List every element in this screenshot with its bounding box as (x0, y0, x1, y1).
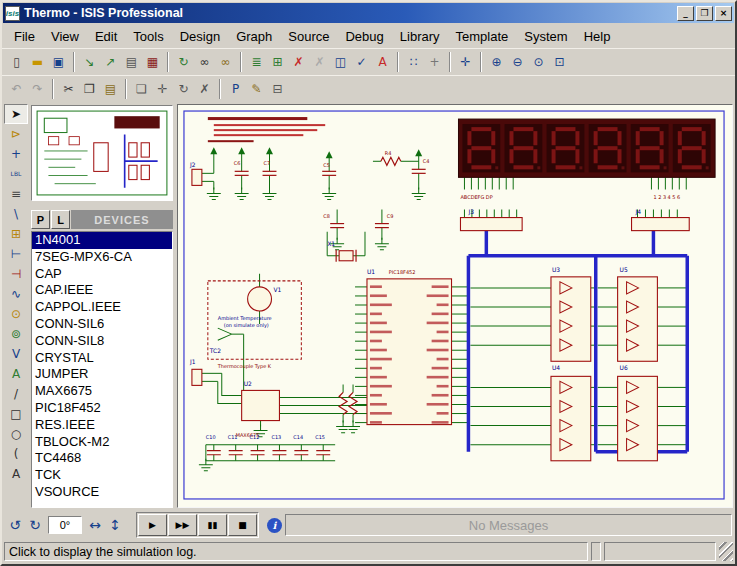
menu-help[interactable]: Help (576, 27, 619, 46)
2d-text-icon[interactable]: A (4, 464, 28, 484)
device-item-conn-sil6[interactable]: CONN-SIL6 (32, 316, 172, 333)
mark-output-area-icon[interactable]: ▦ (142, 51, 163, 73)
voltage-probe-icon[interactable]: V (4, 344, 28, 364)
seven-segment-display[interactable] (458, 119, 715, 177)
redraw-icon[interactable]: ↻ (173, 51, 194, 73)
play-button[interactable]: ▶ (138, 514, 167, 536)
step-button[interactable]: ▶▶ (168, 514, 197, 536)
menu-debug[interactable]: Debug (337, 27, 391, 46)
zoom-all-icon[interactable]: ⊙ (528, 51, 549, 73)
device-item-max6675[interactable]: MAX6675 (32, 383, 172, 400)
block-delete-icon[interactable]: ✗ (194, 78, 215, 100)
pan-icon[interactable]: ✛ (455, 51, 476, 73)
schematic-canvas[interactable]: J2C6C7C5R4C4C8C9X1V1Ambient Temperature(… (178, 105, 732, 507)
rotation-angle-field[interactable]: 0° (48, 516, 82, 534)
minimize-button[interactable]: _ (677, 6, 694, 21)
wire-label-icon[interactable]: LBL (4, 164, 28, 184)
paste-icon[interactable]: ▤ (100, 78, 121, 100)
selection-mode-icon[interactable]: ➤ (4, 104, 28, 124)
junction-dot-icon[interactable]: + (4, 144, 28, 164)
menu-file[interactable]: File (6, 27, 43, 46)
device-item-tc4468[interactable]: TC4468 (32, 450, 172, 467)
mirror-vertical-icon[interactable]: ↕ (105, 515, 125, 535)
zoom-area-icon[interactable]: ⊡ (549, 51, 570, 73)
menu-system[interactable]: System (516, 27, 575, 46)
device-item-res.ieee[interactable]: RES.IEEE (32, 417, 172, 434)
device-item-7seg-mpx6-ca[interactable]: 7SEG-MPX6-CA (32, 249, 172, 266)
resize-grip[interactable] (719, 542, 733, 561)
tape-recorder-icon[interactable]: ⊙ (4, 304, 28, 324)
rotate-cw-icon[interactable]: ↻ (25, 515, 45, 535)
menu-design[interactable]: Design (172, 27, 228, 46)
exit-to-parent-icon[interactable]: ✗ (309, 51, 330, 73)
device-item-pic18f452[interactable]: PIC18F452 (32, 400, 172, 417)
device-item-cappol.ieee[interactable]: CAPPOL.IEEE (32, 299, 172, 316)
pause-button[interactable]: ▮▮ (198, 514, 227, 536)
device-item-cap[interactable]: CAP (32, 266, 172, 283)
remove-sheet-icon[interactable]: ✗ (288, 51, 309, 73)
false-origin-icon[interactable]: + (424, 51, 445, 73)
block-rotate-icon[interactable]: ↻ (173, 78, 194, 100)
device-pin-icon[interactable]: ⊣ (4, 264, 28, 284)
toggle-grid-icon[interactable]: ∷ (403, 51, 424, 73)
info-icon[interactable]: i (267, 518, 282, 533)
undo-icon[interactable]: ↶ (6, 78, 27, 100)
device-item-conn-sil8[interactable]: CONN-SIL8 (32, 333, 172, 350)
import-section-icon[interactable]: ↘ (79, 51, 100, 73)
library-manager-button[interactable]: L (51, 210, 70, 229)
make-device-icon[interactable]: ✎ (246, 78, 267, 100)
design-explorer-icon[interactable]: ◫ (330, 51, 351, 73)
erc-report-icon[interactable]: ✓ (351, 51, 372, 73)
restore-button[interactable]: ❐ (696, 6, 713, 21)
save-design-icon[interactable]: ▣ (48, 51, 69, 73)
block-move-icon[interactable]: ✛ (152, 78, 173, 100)
menu-edit[interactable]: Edit (87, 27, 125, 46)
device-item-vsource[interactable]: VSOURCE (32, 484, 172, 501)
menu-template[interactable]: Template (448, 27, 517, 46)
device-item-cap.ieee[interactable]: CAP.IEEE (32, 282, 172, 299)
zoom-out-icon[interactable]: ⊖ (507, 51, 528, 73)
device-item-1n4001[interactable]: 1N4001 (32, 232, 172, 249)
pick-devices-button[interactable]: P (31, 210, 50, 229)
2d-line-icon[interactable]: / (4, 384, 28, 404)
copy-icon[interactable]: ❐ (79, 78, 100, 100)
graph-mode-icon[interactable]: ∿ (4, 284, 28, 304)
2d-arc-icon[interactable]: ( (4, 444, 28, 464)
device-item-tck[interactable]: TCK (32, 467, 172, 484)
pick-device-icon[interactable]: P (225, 78, 246, 100)
mirror-horizontal-icon[interactable]: ↔ (85, 515, 105, 535)
export-section-icon[interactable]: ↗ (100, 51, 121, 73)
menu-view[interactable]: View (43, 27, 87, 46)
search-and-tag-icon[interactable]: ∞ (215, 51, 236, 73)
2d-box-icon[interactable]: □ (4, 404, 28, 424)
menu-tools[interactable]: Tools (125, 27, 171, 46)
terminal-icon[interactable]: ⊢ (4, 244, 28, 264)
bus-icon[interactable]: \ (4, 204, 28, 224)
device-item-crystal[interactable]: CRYSTAL (32, 350, 172, 367)
new-sheet-icon[interactable]: ⊞ (267, 51, 288, 73)
cut-icon[interactable]: ✂ (58, 78, 79, 100)
current-probe-icon[interactable]: A (4, 364, 28, 384)
device-item-jumper[interactable]: JUMPER (32, 366, 172, 383)
redo-icon[interactable]: ↷ (27, 78, 48, 100)
device-item-tblock-m2[interactable]: TBLOCK-M2 (32, 434, 172, 451)
wire-autorouter-icon[interactable]: ≣ (246, 51, 267, 73)
overview-preview[interactable] (31, 105, 173, 201)
generator-icon[interactable]: ⊚ (4, 324, 28, 344)
zoom-in-icon[interactable]: ⊕ (486, 51, 507, 73)
menu-library[interactable]: Library (392, 27, 448, 46)
block-copy-icon[interactable]: ❏ (131, 78, 152, 100)
menu-source[interactable]: Source (280, 27, 337, 46)
text-script-icon[interactable]: ≡ (4, 184, 28, 204)
2d-circle-icon[interactable]: ○ (4, 424, 28, 444)
find-component-icon[interactable]: ∞ (194, 51, 215, 73)
decompose-icon[interactable]: ⊟ (267, 78, 288, 100)
rotate-ccw-icon[interactable]: ↺ (5, 515, 25, 535)
print-icon[interactable]: ▤ (121, 51, 142, 73)
stop-button[interactable]: ■ (228, 514, 257, 536)
menu-graph[interactable]: Graph (228, 27, 280, 46)
new-file-icon[interactable]: ▯ (6, 51, 27, 73)
open-design-icon[interactable]: ▬ (27, 51, 48, 73)
subcircuit-icon[interactable]: ⊞ (4, 224, 28, 244)
close-button[interactable]: × (715, 6, 732, 21)
